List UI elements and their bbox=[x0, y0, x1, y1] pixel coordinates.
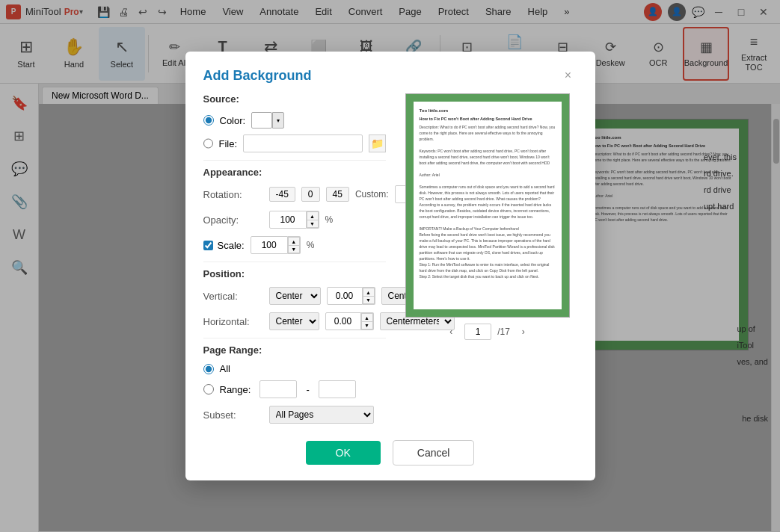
page-number-input[interactable] bbox=[464, 324, 491, 340]
all-radio-item: All bbox=[203, 363, 386, 374]
ok-button[interactable]: OK bbox=[306, 441, 381, 465]
range-dash: - bbox=[306, 384, 309, 395]
horizontal-row: Horizontal: Center Left Right ▲ ▼ bbox=[203, 312, 386, 330]
next-page-button[interactable]: › bbox=[516, 324, 531, 339]
opacity-percent: % bbox=[325, 214, 334, 225]
modal-header: Add Background × bbox=[185, 52, 595, 93]
horizontal-offset-input[interactable] bbox=[325, 312, 361, 330]
scale-checkbox-item: Scale: bbox=[203, 240, 245, 251]
file-radio-item: File: 📁 bbox=[203, 134, 386, 152]
divider-2 bbox=[203, 262, 386, 262]
file-path-input[interactable] bbox=[243, 134, 363, 152]
page-range-radio-group: All Range: - bbox=[203, 363, 386, 398]
range-start-input[interactable] bbox=[260, 380, 297, 398]
opacity-input[interactable] bbox=[269, 211, 307, 229]
vertical-label: Vertical: bbox=[203, 291, 263, 302]
color-radio[interactable] bbox=[203, 115, 214, 126]
file-browse-button[interactable]: 📁 bbox=[369, 134, 385, 152]
source-section-label: Source: bbox=[203, 93, 386, 105]
file-radio[interactable] bbox=[203, 138, 213, 149]
cancel-button[interactable]: Cancel bbox=[393, 440, 475, 466]
color-picker[interactable]: ▾ bbox=[251, 112, 284, 129]
rotation-0-button[interactable]: 0 bbox=[301, 187, 320, 202]
color-radio-label: Color: bbox=[220, 115, 246, 126]
horizontal-select[interactable]: Center Left Right bbox=[269, 312, 319, 330]
modal-overlay: Add Background × Source: Color: ▾ bbox=[0, 0, 780, 532]
all-label: All bbox=[220, 363, 230, 374]
scale-spin-up[interactable]: ▲ bbox=[288, 237, 300, 245]
rotation-45-button[interactable]: 45 bbox=[326, 187, 349, 202]
modal-close-button[interactable]: × bbox=[559, 66, 577, 84]
vertical-offset-input[interactable] bbox=[327, 287, 363, 305]
subset-label: Subset: bbox=[203, 409, 263, 421]
subset-select[interactable]: All Pages Odd Pages Even Pages bbox=[269, 406, 374, 424]
preview-page-nav: ‹ /17 › bbox=[443, 324, 531, 340]
scale-row: Scale: ▲ ▼ % bbox=[203, 236, 386, 254]
opacity-spin-down[interactable]: ▼ bbox=[307, 220, 319, 228]
rotation-row: Rotation: -45 0 45 Custom: ▲ ▼ bbox=[203, 185, 386, 203]
all-radio[interactable] bbox=[203, 364, 214, 374]
vert-spin-up[interactable]: ▲ bbox=[363, 288, 375, 296]
vert-spin-down[interactable]: ▼ bbox=[363, 296, 375, 304]
opacity-input-group: ▲ ▼ bbox=[269, 211, 319, 229]
opacity-spinner[interactable]: ▲ ▼ bbox=[307, 211, 319, 229]
prev-page-button[interactable]: ‹ bbox=[443, 324, 458, 339]
range-radio[interactable] bbox=[203, 384, 214, 395]
scale-spinner[interactable]: ▲ ▼ bbox=[288, 236, 301, 254]
color-box bbox=[251, 112, 272, 129]
modal-title: Add Background bbox=[203, 68, 312, 84]
vertical-select[interactable]: Center Top Bottom bbox=[269, 287, 321, 305]
subset-row: Subset: All Pages Odd Pages Even Pages bbox=[203, 406, 386, 424]
horiz-spin-up[interactable]: ▲ bbox=[361, 313, 373, 321]
range-end-input[interactable] bbox=[319, 380, 356, 398]
modal-form: Source: Color: ▾ File: 📁 bbox=[203, 93, 386, 431]
range-radio-item: Range: - bbox=[203, 380, 386, 398]
add-background-modal: Add Background × Source: Color: ▾ bbox=[185, 52, 595, 480]
range-label: Range: bbox=[220, 384, 251, 395]
rotation-label: Rotation: bbox=[203, 189, 263, 200]
appearance-section-label: Appearance: bbox=[203, 167, 386, 178]
modal-preview-panel: Too little.com How to Fix PC won't Boot … bbox=[398, 93, 577, 431]
scale-label: Scale: bbox=[218, 240, 245, 251]
modal-footer: OK Cancel bbox=[185, 431, 595, 480]
scale-checkbox[interactable] bbox=[203, 241, 213, 250]
horizontal-offset-group: ▲ ▼ bbox=[325, 312, 374, 330]
scale-input-group: ▲ ▼ bbox=[251, 236, 301, 254]
vertical-row: Vertical: Center Top Bottom ▲ ▼ bbox=[203, 287, 386, 305]
divider-1 bbox=[203, 160, 386, 161]
page-range-label: Page Range: bbox=[203, 344, 386, 356]
color-dropdown-arrow[interactable]: ▾ bbox=[272, 112, 284, 129]
scale-spin-down[interactable]: ▼ bbox=[288, 245, 300, 253]
custom-label: Custom: bbox=[355, 189, 389, 200]
scale-percent: % bbox=[307, 240, 315, 250]
opacity-label: Opacity: bbox=[203, 214, 263, 226]
position-section-label: Position: bbox=[203, 268, 386, 279]
opacity-row: Opacity: ▲ ▼ % bbox=[203, 211, 386, 229]
horizontal-offset-spinner[interactable]: ▲ ▼ bbox=[361, 312, 374, 330]
scale-input[interactable] bbox=[251, 236, 288, 254]
vertical-offset-spinner[interactable]: ▲ ▼ bbox=[363, 287, 375, 305]
rotation-neg45-button[interactable]: -45 bbox=[269, 187, 295, 202]
preview-thumbnail: Too little.com How to Fix PC won't Boot … bbox=[405, 93, 570, 318]
opacity-spin-up[interactable]: ▲ bbox=[307, 211, 319, 220]
source-radio-group: Color: ▾ File: 📁 bbox=[203, 112, 386, 152]
vertical-offset-group: ▲ ▼ bbox=[327, 287, 375, 305]
file-radio-label: File: bbox=[219, 138, 238, 149]
horizontal-label: Horizontal: bbox=[203, 316, 263, 327]
color-radio-item: Color: ▾ bbox=[203, 112, 386, 129]
divider-3 bbox=[203, 338, 386, 338]
page-total: /17 bbox=[497, 327, 510, 337]
horiz-spin-down[interactable]: ▼ bbox=[361, 321, 373, 330]
